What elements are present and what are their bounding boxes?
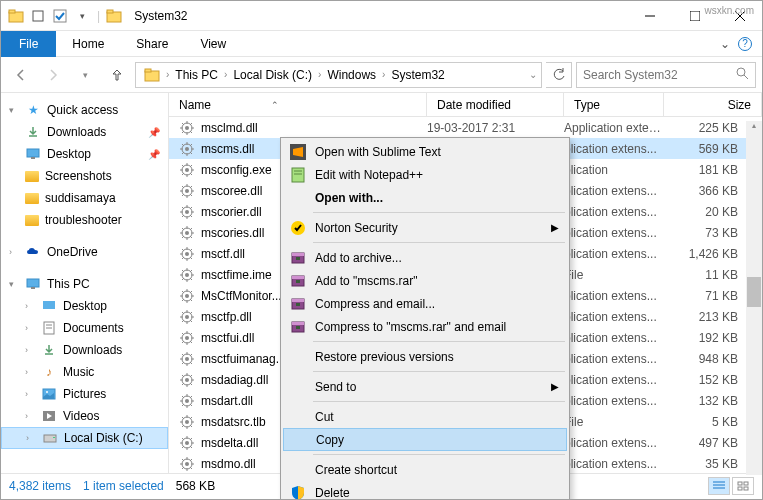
navbar: ▾ › This PC › Local Disk (C:) › Windows … [1, 57, 762, 93]
menu-item[interactable]: Create shortcut [283, 458, 567, 481]
breadcrumb-item[interactable]: Local Disk (C:) [229, 66, 316, 84]
svg-point-54 [185, 399, 189, 403]
file-icon [179, 435, 195, 451]
svg-rect-75 [296, 257, 300, 260]
file-icon [179, 120, 195, 136]
sidebar-item-documents[interactable]: ›Documents [1, 317, 168, 339]
status-count: 4,382 items [9, 479, 71, 493]
svg-rect-5 [107, 10, 113, 13]
sidebar-item-desktop[interactable]: Desktop📌 [1, 143, 168, 165]
svg-rect-74 [292, 253, 304, 256]
svg-rect-69 [292, 168, 304, 182]
sidebar-item-troubleshooter[interactable]: troubleshooter [1, 209, 168, 231]
qat-checkbox-icon[interactable] [51, 7, 69, 25]
svg-rect-26 [53, 437, 55, 438]
sidebar-item-desktop[interactable]: ›Desktop [1, 295, 168, 317]
menu-item[interactable]: Cut [283, 405, 567, 428]
winrar-icon [289, 318, 307, 336]
sidebar-item-screenshots[interactable]: Screenshots [1, 165, 168, 187]
svg-point-12 [737, 68, 745, 76]
ribbon-file-tab[interactable]: File [1, 31, 56, 57]
menu-item[interactable]: Add to "mscms.rar" [283, 269, 567, 292]
scroll-thumb[interactable] [747, 277, 761, 307]
breadcrumb-item[interactable]: Windows [323, 66, 380, 84]
svg-rect-64 [738, 482, 742, 485]
menu-item[interactable]: Open with Sublime Text [283, 140, 567, 163]
view-large-button[interactable] [732, 477, 754, 495]
norton-icon [289, 219, 307, 237]
nav-forward-button[interactable] [39, 61, 67, 89]
breadcrumb-dropdown-icon[interactable]: ⌄ [529, 69, 537, 80]
folder-icon [140, 66, 164, 84]
folder-icon [106, 8, 122, 24]
menu-item[interactable]: Compress to "mscms.rar" and email [283, 315, 567, 338]
file-icon [179, 183, 195, 199]
sidebar-item-music[interactable]: ›♪Music [1, 361, 168, 383]
sidebar-item-local-disk[interactable]: ›Local Disk (C:) [1, 427, 168, 449]
svg-point-36 [185, 210, 189, 214]
file-icon [179, 330, 195, 346]
sidebar-onedrive[interactable]: ›OneDrive [1, 241, 168, 263]
search-box[interactable] [576, 62, 756, 88]
svg-rect-15 [31, 157, 35, 159]
svg-point-34 [185, 189, 189, 193]
minimize-button[interactable] [627, 1, 672, 30]
svg-rect-83 [292, 322, 304, 325]
file-icon [179, 246, 195, 262]
file-row[interactable]: msclmd.dll19-03-2017 2:31Application ext… [169, 117, 762, 138]
column-header-date[interactable]: Date modified [427, 93, 564, 116]
search-input[interactable] [583, 68, 733, 82]
svg-point-58 [185, 441, 189, 445]
menu-item[interactable]: Add to archive... [283, 246, 567, 269]
menu-item[interactable]: Edit with Notepad++ [283, 163, 567, 186]
scrollbar[interactable]: ▴ [746, 121, 762, 475]
menu-item[interactable]: Compress and email... [283, 292, 567, 315]
search-icon[interactable] [735, 66, 749, 83]
status-selected: 1 item selected [83, 479, 164, 493]
status-size: 568 KB [176, 479, 215, 493]
menu-item[interactable]: Send to▶ [283, 375, 567, 398]
sidebar-item-suddisamaya[interactable]: suddisamaya [1, 187, 168, 209]
submenu-arrow-icon: ▶ [551, 381, 559, 392]
menu-item[interactable]: Delete [283, 481, 567, 500]
breadcrumbs[interactable]: › This PC › Local Disk (C:) › Windows › … [135, 62, 542, 88]
nav-back-button[interactable] [7, 61, 35, 89]
ribbon-expand-icon[interactable]: ⌄ [720, 37, 730, 51]
svg-point-30 [185, 147, 189, 151]
column-header-size[interactable]: Size [664, 93, 762, 116]
column-header-type[interactable]: Type [564, 93, 664, 116]
svg-rect-65 [744, 482, 748, 485]
file-icon [179, 456, 195, 472]
view-details-button[interactable] [708, 477, 730, 495]
qat-properties-icon[interactable] [29, 7, 47, 25]
menu-item[interactable]: Copy [283, 428, 567, 451]
winrar-icon [289, 249, 307, 267]
menu-item[interactable]: Restore previous versions [283, 345, 567, 368]
submenu-arrow-icon: ▶ [551, 222, 559, 233]
refresh-button[interactable] [546, 62, 572, 88]
menu-item[interactable]: Norton Security▶ [283, 216, 567, 239]
window-title: System32 [128, 9, 627, 23]
sidebar-item-videos[interactable]: ›Videos [1, 405, 168, 427]
sidebar-quick-access[interactable]: ▾★Quick access [1, 99, 168, 121]
ribbon-tab-view[interactable]: View [184, 33, 242, 55]
ribbon-tab-share[interactable]: Share [120, 33, 184, 55]
breadcrumb-item[interactable]: This PC [171, 66, 222, 84]
menu-item[interactable]: Open with... [283, 186, 567, 209]
ribbon-tab-home[interactable]: Home [56, 33, 120, 55]
sidebar-item-downloads[interactable]: ›Downloads [1, 339, 168, 361]
sidebar-item-downloads[interactable]: Downloads📌 [1, 121, 168, 143]
svg-rect-1 [9, 10, 15, 13]
svg-rect-66 [738, 487, 742, 490]
shield-icon [289, 484, 307, 501]
sidebar-item-pictures[interactable]: ›Pictures [1, 383, 168, 405]
breadcrumb-item[interactable]: System32 [387, 66, 448, 84]
qat-dropdown-icon[interactable]: ▾ [73, 7, 91, 25]
nav-up-button[interactable] [103, 61, 131, 89]
sidebar-this-pc[interactable]: ▾This PC [1, 273, 168, 295]
nav-recent-button[interactable]: ▾ [71, 61, 99, 89]
svg-point-46 [185, 315, 189, 319]
column-header-name[interactable]: Name⌃ [169, 93, 427, 116]
ribbon-help-icon[interactable]: ? [738, 37, 752, 51]
svg-point-44 [185, 294, 189, 298]
